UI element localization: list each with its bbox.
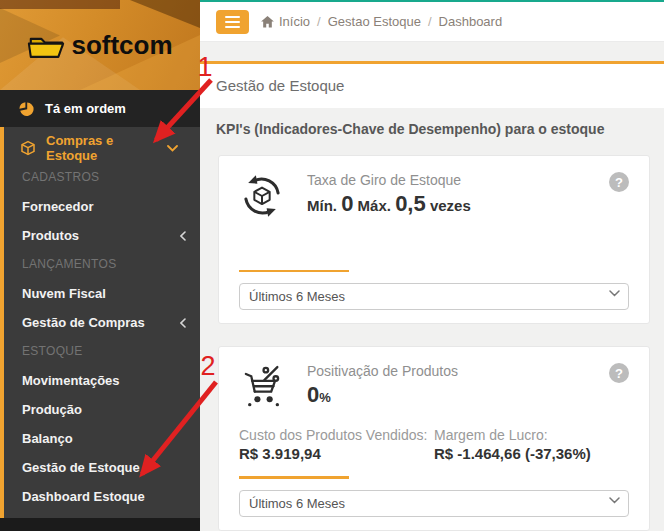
chevron-down-icon [167, 145, 178, 152]
sidebar-item-gestao-de-estoque[interactable]: Gestão de Estoque [4, 453, 200, 482]
sidebar-item-label: Gestão de Estoque [22, 460, 140, 475]
stat-value: R$ -1.464,66 (-37,36%) [434, 445, 629, 462]
period-select-wrap: Últimos 6 Meses [239, 283, 629, 310]
sidebar-item-label: Produção [22, 402, 82, 417]
percent-value: 0 [307, 382, 319, 407]
chevron-left-icon [180, 231, 186, 241]
sidebar-item-balanco[interactable]: Balanço [4, 424, 200, 453]
main-area: Início / Gestao Estoque / Dashboard Gest… [200, 0, 664, 531]
breadcrumb-label: Dashboard [439, 14, 503, 29]
sidebar-item-fornecedor[interactable]: Fornecedor [4, 192, 200, 221]
period-select[interactable]: Últimos 6 Meses [239, 490, 629, 517]
sidebar-item-nuvem-fiscal[interactable]: Nuvem Fiscal [4, 279, 200, 308]
cart-percent-icon [239, 363, 285, 411]
chevron-left-icon [180, 318, 186, 328]
cube-icon [20, 140, 36, 156]
kpi-card-title: Taxa de Giro de Estoque [307, 172, 471, 188]
value-unit: vezes [430, 197, 471, 214]
accent-underline [239, 476, 349, 479]
stat-custo-produtos: Custo dos Produtos Vendidos: R$ 3.919,94 [239, 427, 434, 462]
kpi-card-value: Mín. 0 Máx. 0,5 vezes [307, 191, 471, 217]
folder-icon [27, 31, 65, 60]
kpi-stats-row: Custo dos Produtos Vendidos: R$ 3.919,94… [239, 427, 629, 462]
page-content: Gestão de Estoque KPI's (Indicadores-Cha… [200, 42, 664, 531]
kpi-card-taxa-giro: Taxa de Giro de Estoque Mín. 0 Máx. 0,5 … [218, 155, 650, 324]
pie-chart-icon [18, 101, 34, 117]
sidebar-item-produtos[interactable]: Produtos [4, 221, 200, 250]
kpi-card-value: 0% [307, 382, 458, 408]
page-title: Gestão de Estoque [216, 77, 648, 94]
sidebar-section-lancamentos: LANÇAMENTOS [4, 250, 200, 279]
sidebar-item-movimentacoes[interactable]: Movimentações [4, 366, 200, 395]
min-value: 0 [341, 191, 353, 216]
help-icon[interactable]: ? [609, 172, 629, 192]
period-select-wrap: Últimos 6 Meses [239, 490, 629, 517]
stat-value: R$ 3.919,94 [239, 445, 434, 462]
sidebar-item-compras-e-estoque[interactable]: Compras e Estoque [4, 133, 200, 163]
sidebar-item-label: Tá em ordem [45, 101, 126, 116]
breadcrumb-separator: / [428, 14, 432, 29]
stat-label: Margem de Lucro: [434, 427, 629, 443]
sidebar-item-label: Produtos [22, 228, 79, 243]
breadcrumb-gestao-estoque[interactable]: Gestao Estoque [328, 14, 421, 29]
sidebar-item-label: Dashboard Estoque [22, 489, 145, 504]
softcom-logo: softcom [0, 0, 200, 90]
breadcrumb-dashboard: Dashboard [439, 14, 503, 29]
sidebar-item-ta-em-ordem[interactable]: Tá em ordem [0, 90, 200, 127]
min-label: Mín. [307, 197, 337, 214]
breadcrumb-label: Gestao Estoque [328, 14, 421, 29]
app-window: softcom Tá em ordem Compras e Estoque [0, 0, 664, 531]
breadcrumb-separator: / [317, 14, 321, 29]
breadcrumb-label: Início [279, 14, 310, 29]
period-select[interactable]: Últimos 6 Meses [239, 283, 629, 310]
help-icon[interactable]: ? [609, 363, 629, 383]
breadcrumb-inicio[interactable]: Início [261, 14, 310, 29]
sidebar-section-cadastros: CADASTROS [4, 163, 200, 192]
sidebar: softcom Tá em ordem Compras e Estoque [0, 0, 200, 531]
sidebar-menu: Compras e Estoque CADASTROS Fornecedor P… [0, 127, 200, 518]
logo-facet [0, 0, 120, 9]
sidebar-item-label: Fornecedor [22, 199, 94, 214]
stat-label: Custo dos Produtos Vendidos: [239, 427, 434, 443]
sidebar-section-estoque: ESTOQUE [4, 337, 200, 366]
kpi-card-positivacao: Positivação de Produtos 0% ? Custo dos P… [218, 346, 650, 531]
page-title-panel: Gestão de Estoque [200, 61, 664, 108]
accent-underline [239, 270, 349, 272]
sidebar-item-label: Movimentações [22, 373, 120, 388]
logo-facet [130, 0, 200, 28]
max-label: Máx. [358, 197, 391, 214]
sidebar-item-label: Balanço [22, 431, 73, 446]
brand-name: softcom [71, 30, 172, 61]
sidebar-item-dashboard-estoque[interactable]: Dashboard Estoque [4, 482, 200, 511]
top-header: Início / Gestao Estoque / Dashboard [200, 2, 664, 42]
sidebar-item-label: Compras e Estoque [46, 133, 157, 163]
sidebar-item-producao[interactable]: Produção [4, 395, 200, 424]
kpi-section-heading: KPI's (Indicadores-Chave de Desempenho) … [216, 121, 648, 137]
sidebar-footer [0, 518, 200, 531]
percent-sign: % [319, 390, 331, 405]
stat-margem-lucro: Margem de Lucro: R$ -1.464,66 (-37,36%) [434, 427, 629, 462]
max-value: 0,5 [395, 191, 426, 216]
kpi-card-title: Positivação de Produtos [307, 363, 458, 379]
sidebar-item-label: Nuvem Fiscal [22, 286, 106, 301]
sidebar-item-label: Gestão de Compras [22, 315, 145, 330]
breadcrumb: Início / Gestao Estoque / Dashboard [261, 14, 502, 29]
hamburger-menu-button[interactable] [216, 10, 249, 34]
sidebar-item-gestao-de-compras[interactable]: Gestão de Compras [4, 308, 200, 337]
inventory-turnover-icon [239, 172, 285, 220]
home-icon [261, 16, 274, 28]
